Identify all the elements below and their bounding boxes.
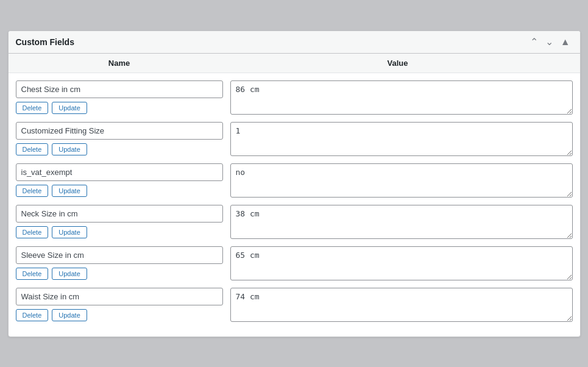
update-button[interactable]: Update	[52, 102, 87, 114]
field-right-1	[230, 122, 573, 156]
delete-button[interactable]: Delete	[16, 226, 49, 238]
custom-fields-panel: Custom Fields ⌃ ⌄ ▲ Name Value DeleteUpd…	[8, 30, 581, 337]
panel-controls: ⌃ ⌄ ▲	[528, 36, 573, 48]
field-buttons: DeleteUpdate	[16, 268, 223, 280]
field-right-3	[230, 205, 573, 239]
field-buttons: DeleteUpdate	[16, 102, 223, 114]
field-name-input[interactable]	[16, 246, 223, 264]
delete-button[interactable]: Delete	[16, 185, 49, 197]
table-row: DeleteUpdate	[16, 163, 573, 198]
field-buttons: DeleteUpdate	[16, 185, 223, 197]
field-name-input[interactable]	[16, 288, 223, 305]
field-left-2: DeleteUpdate	[16, 163, 223, 198]
field-name-input[interactable]	[16, 163, 223, 181]
field-value-textarea[interactable]	[230, 163, 573, 198]
panel-header: Custom Fields ⌃ ⌄ ▲	[9, 31, 580, 54]
delete-button[interactable]: Delete	[16, 143, 49, 155]
field-value-textarea[interactable]	[230, 288, 573, 322]
field-name-input[interactable]	[16, 205, 223, 223]
panel-title: Custom Fields	[16, 37, 74, 47]
delete-button[interactable]: Delete	[16, 309, 49, 321]
table-row: DeleteUpdate	[16, 288, 573, 322]
panel-body: Name Value DeleteUpdateDeleteUpdateDelet…	[9, 54, 580, 337]
table-row: DeleteUpdate	[16, 122, 573, 156]
field-left-1: DeleteUpdate	[16, 122, 223, 156]
field-buttons: DeleteUpdate	[16, 143, 223, 155]
update-button[interactable]: Update	[52, 185, 87, 197]
column-name-header: Name	[16, 59, 223, 68]
field-buttons: DeleteUpdate	[16, 226, 223, 238]
update-button[interactable]: Update	[52, 268, 87, 280]
toggle-button[interactable]: ▲	[558, 36, 573, 48]
field-left-3: DeleteUpdate	[16, 205, 223, 239]
field-buttons: DeleteUpdate	[16, 309, 223, 321]
field-value-textarea[interactable]	[230, 205, 573, 239]
table-row: DeleteUpdate	[16, 205, 573, 239]
field-left-4: DeleteUpdate	[16, 246, 223, 280]
collapse-up-button[interactable]: ⌃	[528, 36, 540, 48]
field-value-textarea[interactable]	[230, 80, 573, 115]
delete-button[interactable]: Delete	[16, 268, 49, 280]
collapse-down-button[interactable]: ⌄	[543, 36, 556, 48]
table-row: DeleteUpdate	[16, 246, 573, 280]
update-button[interactable]: Update	[52, 143, 87, 155]
update-button[interactable]: Update	[52, 226, 87, 238]
field-right-5	[230, 288, 573, 322]
table-header: Name Value	[9, 54, 580, 73]
field-value-textarea[interactable]	[230, 246, 573, 280]
field-left-0: DeleteUpdate	[16, 80, 223, 115]
field-value-textarea[interactable]	[230, 122, 573, 156]
delete-button[interactable]: Delete	[16, 102, 49, 114]
field-right-2	[230, 163, 573, 198]
table-row: DeleteUpdate	[16, 80, 573, 115]
field-name-input[interactable]	[16, 80, 223, 98]
field-right-4	[230, 246, 573, 280]
fields-container: DeleteUpdateDeleteUpdateDeleteUpdateDele…	[9, 73, 580, 337]
field-right-0	[230, 80, 573, 115]
update-button[interactable]: Update	[52, 309, 87, 321]
column-value-header: Value	[223, 59, 573, 68]
field-left-5: DeleteUpdate	[16, 288, 223, 322]
field-name-input[interactable]	[16, 122, 223, 140]
